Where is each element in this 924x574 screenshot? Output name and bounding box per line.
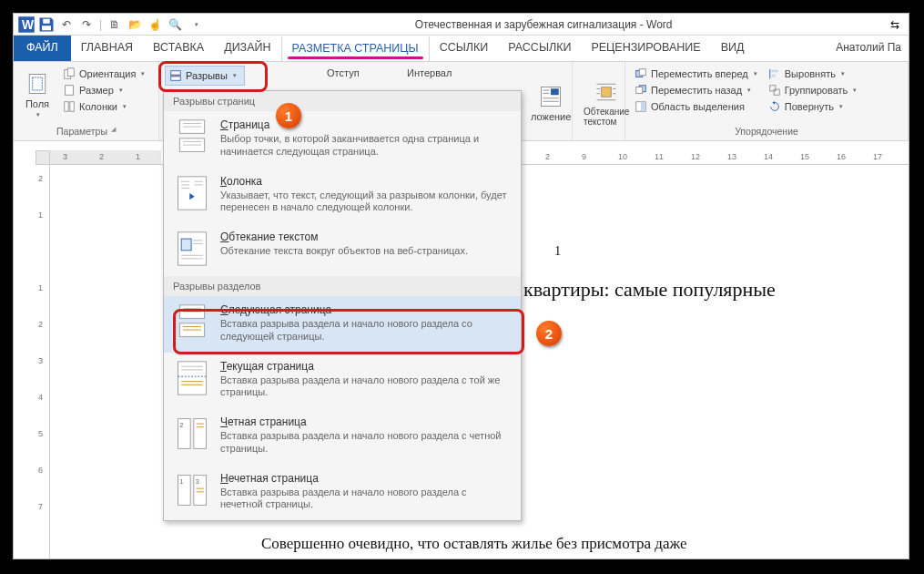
svg-rect-32 xyxy=(641,102,645,112)
group-page-setup: Поля▾ Ориентация▾ Размер▾ Колонки▾ xyxy=(14,62,159,140)
group-arrange: Переместить вперед▾ Переместить назад▾ О… xyxy=(625,62,909,140)
new-doc-icon[interactable]: 🗎 xyxy=(106,15,124,34)
doc-body-fragment: Совершенно очевидно, что оставлять жилье… xyxy=(261,535,890,553)
svg-text:3: 3 xyxy=(196,477,199,485)
group-icon xyxy=(768,84,781,97)
spacing-label: Интервал xyxy=(407,67,452,78)
dialog-launcher-icon[interactable]: ◢ xyxy=(111,126,116,137)
rotate-button[interactable]: Повернуть▾ xyxy=(765,98,861,115)
print-preview-icon[interactable]: 🔍 xyxy=(166,15,184,34)
send-backward-icon xyxy=(635,84,647,97)
svg-rect-69 xyxy=(194,419,207,449)
page-break-icon xyxy=(175,118,209,155)
tab-mailings[interactable]: РАССЫЛКИ xyxy=(498,36,581,61)
wrap-icon xyxy=(594,79,619,105)
breaks-dropdown: Разрывы страниц СтраницаВыбор точки, в к… xyxy=(163,90,522,521)
orientation-icon xyxy=(63,67,76,80)
size-button[interactable]: Размер▾ xyxy=(59,82,148,98)
svg-rect-35 xyxy=(771,75,775,77)
column-break-icon xyxy=(175,175,209,211)
group-objects-button[interactable]: Группировать▾ xyxy=(765,82,861,98)
svg-rect-15 xyxy=(551,88,559,95)
svg-rect-9 xyxy=(65,102,68,112)
columns-button[interactable]: Колонки▾ xyxy=(59,98,148,115)
next-page-break-icon xyxy=(175,303,209,340)
align-button[interactable]: Выровнять▾ xyxy=(765,66,861,82)
dd-item-column[interactable]: КолонкаУказывает, что текст, следующий з… xyxy=(164,168,521,224)
svg-rect-10 xyxy=(70,102,74,112)
selection-pane-icon xyxy=(635,100,647,113)
tab-review[interactable]: РЕЦЕНЗИРОВАНИЕ xyxy=(581,36,710,61)
tab-page-layout[interactable]: РАЗМЕТКА СТРАНИЦЫ xyxy=(281,36,430,62)
svg-rect-51 xyxy=(181,239,191,251)
bring-forward-button[interactable]: Переместить вперед▾ xyxy=(631,66,761,82)
word-window: W ↶ ↷ | 🗎 📂 ☝ 🔍 ▾ Отечественная и зарубе… xyxy=(13,13,909,559)
dd-item-continuous[interactable]: Текущая страницаВставка разрыва раздела … xyxy=(164,353,521,409)
svg-rect-12 xyxy=(171,77,181,80)
svg-rect-11 xyxy=(171,71,181,75)
dd-item-odd-page[interactable]: 13 Нечетная страницаВставка разрыва разд… xyxy=(164,465,521,521)
svg-text:W: W xyxy=(22,18,34,32)
svg-rect-37 xyxy=(774,89,779,95)
svg-rect-28 xyxy=(639,69,645,76)
open-icon[interactable]: 📂 xyxy=(126,15,144,34)
undo-icon[interactable]: ↶ xyxy=(57,15,76,34)
svg-text:2: 2 xyxy=(179,421,183,429)
margins-button[interactable]: Поля▾ xyxy=(19,66,56,124)
redo-icon[interactable]: ↷ xyxy=(77,15,96,34)
tab-view[interactable]: ВИД xyxy=(711,36,755,61)
dd-item-even-page[interactable]: 2 Четная страницаВставка разрыва раздела… xyxy=(164,408,521,465)
vertical-ruler[interactable]: 2 1 1 2 3 4 5 6 7 xyxy=(36,165,50,559)
send-backward-button[interactable]: Переместить назад▾ xyxy=(631,82,761,98)
touch-mode-icon[interactable]: ☝ xyxy=(146,15,164,34)
breaks-button[interactable]: Разрывы▾ xyxy=(165,66,245,86)
odd-page-break-icon: 13 xyxy=(175,472,209,508)
dd-category-section-breaks: Разрывы разделов xyxy=(164,276,521,296)
align-icon xyxy=(768,67,781,80)
svg-rect-20 xyxy=(602,87,612,97)
qat-customize-icon[interactable]: ▾ xyxy=(188,15,206,34)
tab-insert[interactable]: ВСТАВКА xyxy=(143,36,214,61)
svg-rect-8 xyxy=(66,86,74,96)
position-button[interactable]: ложение xyxy=(520,62,573,140)
doc-page-number: 1 xyxy=(554,243,561,259)
selection-pane-button[interactable]: Область выделения xyxy=(631,98,761,115)
bring-forward-icon xyxy=(635,67,647,80)
tab-references[interactable]: ССЫЛКИ xyxy=(430,36,499,61)
columns-icon xyxy=(63,100,76,113)
breaks-icon xyxy=(169,69,182,82)
tab-file[interactable]: ФАЙЛ xyxy=(14,36,71,61)
dd-item-text-wrapping[interactable]: Обтекание текстомОбтекание текста вокруг… xyxy=(164,223,521,276)
window-title: Отечественная и зарубежная сигнализация … xyxy=(206,18,881,31)
text-wrap-break-icon xyxy=(175,231,209,267)
svg-rect-30 xyxy=(636,87,643,94)
tab-design[interactable]: ДИЗАЙН xyxy=(214,36,280,61)
ribbon-tabs: ФАЙЛ ГЛАВНАЯ ВСТАВКА ДИЗАЙН РАЗМЕТКА СТР… xyxy=(14,36,909,61)
annotation-bubble-1: 1 xyxy=(276,103,301,128)
rotate-icon xyxy=(768,100,781,113)
dd-category-page-breaks: Разрывы страниц xyxy=(164,91,521,111)
svg-rect-36 xyxy=(770,86,776,91)
orientation-button[interactable]: Ориентация▾ xyxy=(59,66,148,82)
doc-heading-fragment: квартиры: самые популярные xyxy=(523,278,776,302)
ruler-corner xyxy=(36,150,50,165)
size-icon xyxy=(63,84,76,97)
svg-rect-2 xyxy=(43,18,50,23)
position-icon xyxy=(538,84,564,109)
svg-rect-7 xyxy=(67,68,74,77)
word-icon: W xyxy=(17,15,36,34)
save-icon[interactable] xyxy=(37,15,56,34)
dd-item-page[interactable]: СтраницаВыбор точки, в которой заканчива… xyxy=(164,111,521,168)
annotation-bubble-2: 2 xyxy=(536,321,562,346)
titlebar: W ↶ ↷ | 🗎 📂 ☝ 🔍 ▾ Отечественная и зарубе… xyxy=(14,14,909,36)
ribbon-toggle-icon[interactable]: ⇆ xyxy=(881,18,909,31)
continuous-break-icon xyxy=(175,360,209,396)
svg-text:1: 1 xyxy=(179,477,183,485)
even-page-break-icon: 2 xyxy=(175,415,209,452)
dd-item-next-page[interactable]: Следующая страницаВставка разрыва раздел… xyxy=(164,296,521,353)
wrap-text-button[interactable]: Обтекание текстом xyxy=(573,62,625,140)
user-name: Анатолий Па xyxy=(828,36,909,61)
indent-label: Отступ xyxy=(327,67,360,78)
svg-rect-3 xyxy=(42,26,51,30)
tab-home[interactable]: ГЛАВНАЯ xyxy=(71,36,143,61)
